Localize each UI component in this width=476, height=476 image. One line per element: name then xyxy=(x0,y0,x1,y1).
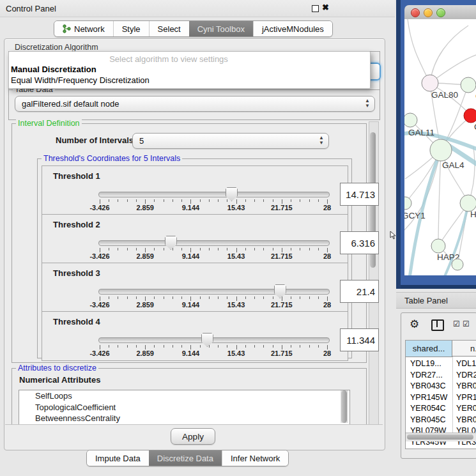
tick-mark xyxy=(218,345,219,348)
graph-node-gal4[interactable] xyxy=(430,139,452,161)
tick-mark xyxy=(327,296,328,301)
table-panel-title: Table Panel xyxy=(404,296,448,305)
threshold-label: Threshold 2 xyxy=(53,220,100,229)
float-window-icon[interactable] xyxy=(312,5,319,12)
apply-button[interactable]: Apply xyxy=(171,428,215,445)
graph-node-g[interactable] xyxy=(464,109,476,123)
table-row-cell-shared[interactable]: YIL052C xyxy=(410,449,441,449)
slider-ticks xyxy=(100,296,328,302)
column-header-name[interactable]: n... xyxy=(452,341,476,357)
network-view-canvas[interactable]: GAL80GAGGAL11GAL4GCY1HHAP2 xyxy=(404,19,476,275)
table-hscrollbar[interactable] xyxy=(406,433,476,441)
table-row-cell-name[interactable]: YER0 xyxy=(456,404,476,413)
table-row-cell-name[interactable]: YBR0 xyxy=(456,381,476,390)
threshold-slider-track[interactable] xyxy=(98,240,330,246)
tick-mark xyxy=(309,296,310,299)
table-row-cell-shared[interactable]: YDL19... xyxy=(410,359,441,368)
minimize-traffic-light[interactable] xyxy=(424,8,433,17)
tick-mark xyxy=(282,199,282,204)
graph-node-gcy1[interactable] xyxy=(404,197,411,210)
threshold-slider-track[interactable] xyxy=(98,192,330,197)
threshold-value-field[interactable]: 21.4 xyxy=(340,280,379,303)
tick-label: 28 xyxy=(323,204,331,211)
table-row-cell-name[interactable]: YPR1 xyxy=(456,393,476,402)
tab-label: Style xyxy=(122,24,141,34)
threshold-value-field[interactable]: 6.316 xyxy=(340,231,379,254)
tick-mark xyxy=(109,296,109,299)
network-window-titlebar[interactable] xyxy=(404,5,476,20)
tick-mark xyxy=(254,199,255,202)
tick-mark xyxy=(236,248,237,252)
attributes-group-title: Attributes to discretize xyxy=(16,364,98,372)
table-data-combo[interactable]: galFiltered.sif default node ▲▼ xyxy=(15,96,375,112)
thresholds-group: Threshold's Coordinates for 5 Intervals … xyxy=(37,158,352,358)
attributes-scrollbar-thumb[interactable] xyxy=(341,390,347,423)
table-row-cell-shared[interactable]: YDR27... xyxy=(410,371,443,380)
graph-node-gal11[interactable] xyxy=(404,113,417,127)
tick-label: 9.144 xyxy=(182,301,200,309)
slider-ticks xyxy=(100,248,328,253)
threshold-slider-track[interactable] xyxy=(98,337,330,343)
table-row-cell-name[interactable]: YDL1 xyxy=(456,359,476,368)
close-icon[interactable]: ✖ xyxy=(322,3,329,12)
close-traffic-light[interactable] xyxy=(411,8,420,17)
num-intervals-combo[interactable]: 5 ▲▼ xyxy=(132,133,329,149)
zoom-traffic-light[interactable] xyxy=(436,8,445,17)
graph-node-ga[interactable] xyxy=(461,77,476,93)
graph-node[interactable] xyxy=(452,259,463,270)
tick-mark xyxy=(300,345,300,348)
list-item[interactable]: SelfLoops xyxy=(19,390,349,402)
table-data-group: Table Data galFiltered.sif default node … xyxy=(8,89,380,120)
bottom-tab-discretize-data[interactable]: Discretize Data xyxy=(149,450,222,466)
tick-mark xyxy=(109,345,109,348)
num-intervals-value: 5 xyxy=(139,136,144,146)
tab-network[interactable]: Network xyxy=(54,21,113,36)
bottom-tab-bar: Impute DataDiscretize DataInfer Network xyxy=(86,450,289,466)
tick-mark xyxy=(236,296,237,301)
table-row-cell-shared[interactable]: YBR043C xyxy=(410,381,446,390)
bottom-tab-impute-data[interactable]: Impute Data xyxy=(87,450,149,466)
table-row-cell-shared[interactable]: YBR045C xyxy=(410,415,446,424)
dropdown-item-manual[interactable]: Manual Discretization xyxy=(11,65,96,74)
column-header-shared[interactable]: shared... xyxy=(406,341,452,357)
tick-mark xyxy=(309,199,310,202)
tick-mark xyxy=(300,296,300,299)
tick-mark xyxy=(245,345,246,348)
tab-cyni-toolbox[interactable]: Cyni Toolbox xyxy=(189,21,253,36)
table-data-combo-value: galFiltered.sif default node xyxy=(22,99,119,109)
threshold-value-field[interactable]: 14.713 xyxy=(340,183,379,206)
tick-mark xyxy=(164,345,164,348)
table-row-cell-name[interactable]: YBR0 xyxy=(456,415,476,424)
tab-jactivemnodules[interactable]: jActiveMNodules xyxy=(253,21,332,36)
tick-mark xyxy=(118,296,118,299)
checkbox-icon[interactable]: ☑ xyxy=(453,319,460,328)
threshold-value-field[interactable]: 11.344 xyxy=(340,328,379,351)
table-row-cell-name[interactable]: YIL0 xyxy=(456,449,473,449)
table-hscrollbar-thumb[interactable] xyxy=(407,434,473,440)
tick-mark xyxy=(127,199,128,202)
threshold-slider-track[interactable] xyxy=(98,289,330,295)
graph-node-hap2[interactable] xyxy=(431,239,445,253)
list-item[interactable]: BetweennessCentrality xyxy=(19,413,349,424)
tick-label: 9.144 xyxy=(182,349,200,357)
bottom-tab-infer-network[interactable]: Infer Network xyxy=(222,450,288,466)
gear-icon[interactable]: ⚙︎ xyxy=(410,318,419,331)
list-item[interactable]: TopologicalCoefficient xyxy=(19,402,349,413)
tab-select[interactable]: Select xyxy=(149,21,189,36)
tick-mark xyxy=(100,345,100,349)
tick-mark xyxy=(154,296,155,299)
checkbox-icon[interactable]: ☑ xyxy=(463,319,470,328)
settings-scrollbar[interactable] xyxy=(369,121,379,425)
tab-style[interactable]: Style xyxy=(113,21,149,36)
threshold-panel-3: Threshold 3-3.4262.8599.14415.4321.71528… xyxy=(42,263,348,312)
tick-mark xyxy=(327,345,328,349)
table-row-cell-shared[interactable]: YER054C xyxy=(410,404,446,413)
split-panel-icon[interactable] xyxy=(431,319,444,331)
tick-label: 15.43 xyxy=(227,301,245,309)
table-row-cell-name[interactable]: YDR2 xyxy=(456,371,476,380)
attributes-scrollbar[interactable] xyxy=(341,390,348,423)
dropdown-item-equal-width[interactable]: Equal Width/Frequency Discretization xyxy=(11,75,150,85)
table-row-cell-shared[interactable]: YPR145W xyxy=(410,393,447,402)
graph-node-gal80[interactable] xyxy=(422,75,438,91)
tick-mark xyxy=(136,199,137,202)
